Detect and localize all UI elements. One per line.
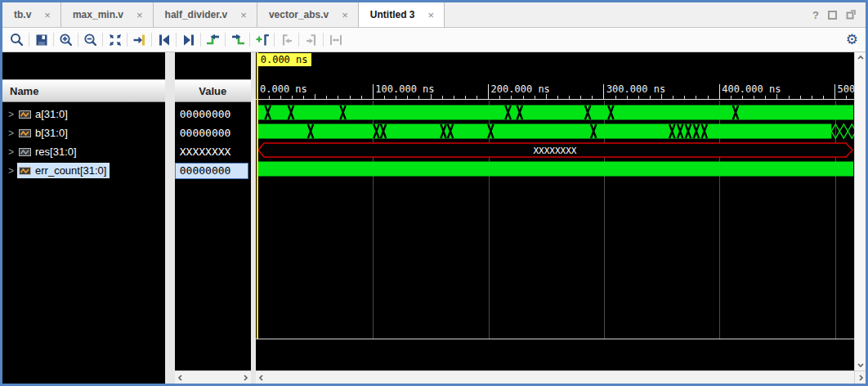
go-to-time-button[interactable] [129, 30, 150, 50]
signal-name-cell[interactable]: a[31:0] [17, 106, 71, 122]
signal-name-cell[interactable]: err_count[31:0] [17, 163, 110, 178]
scroll-right-corner-button[interactable] [855, 370, 866, 384]
save-button[interactable] [31, 30, 51, 50]
signal-value-row[interactable]: XXXXXXXX [175, 142, 251, 161]
signal-row-res310[interactable]: >res[31:0] [2, 142, 165, 161]
maximize-icon[interactable] [828, 11, 837, 20]
signal-row-b310[interactable]: >b[31:0] [2, 123, 165, 142]
tab-untitled-3[interactable]: Untitled 3× [359, 2, 445, 27]
signal-value-rows: 0000000000000000XXXXXXXX00000000 [175, 102, 251, 370]
expand-chevron-icon[interactable]: > [8, 128, 14, 139]
save-icon [34, 32, 50, 48]
window-controls: ? [812, 2, 866, 27]
svg-text:200.000 ns: 200.000 ns [490, 83, 549, 95]
zoom-out-button[interactable] [80, 30, 101, 50]
previous-marker-button [276, 30, 297, 50]
next-marker-button [301, 30, 321, 50]
wave-vertical-scrollbar[interactable] [854, 52, 866, 384]
signal-row-a310[interactable]: >a[31:0] [2, 105, 165, 123]
tab-close-icon[interactable]: × [240, 9, 247, 21]
wave-row-res310[interactable]: XXXXXXXX [256, 141, 854, 159]
signal-value[interactable]: XXXXXXXX [175, 146, 231, 158]
wave-row-err_count310[interactable] [256, 160, 854, 177]
previous-transition-button[interactable] [154, 30, 174, 50]
go-to-time-icon [132, 32, 148, 48]
toolbar-separator [323, 33, 324, 47]
wave-plot-area[interactable]: 0.000 ns 0.000 ns100.000 ns200.000 ns300… [256, 52, 854, 370]
toolbar-separator [176, 33, 177, 47]
toolbar-separator [127, 33, 128, 47]
signal-value[interactable]: 00000000 [175, 127, 231, 139]
add-marker-icon [254, 32, 271, 48]
help-icon[interactable]: ? [812, 9, 819, 21]
tab-tb-v[interactable]: tb.v× [2, 2, 61, 27]
signal-name-cell[interactable]: b[31:0] [17, 125, 71, 141]
signal-value-row[interactable]: 00000000 [175, 105, 251, 123]
signal-name-panel: Name >a[31:0]>b[31:0]>res[31:0]>err_coun… [2, 52, 165, 384]
name-value-splitter[interactable] [165, 52, 175, 384]
time-ruler[interactable]: 0.000 ns100.000 ns200.000 ns300.000 ns40… [256, 79, 854, 104]
signal-value-row[interactable]: 00000000 [175, 161, 251, 180]
toolbar-separator [102, 33, 103, 47]
time-cursor-line[interactable] [257, 52, 258, 339]
name-column-header[interactable]: Name [2, 79, 165, 102]
wave-horizontal-scrollbar[interactable] [256, 370, 854, 384]
tab-max-min-v[interactable]: max_min.v× [61, 2, 154, 27]
cursor-time-badge: 0.000 ns [257, 53, 311, 66]
scroll-track[interactable] [855, 64, 866, 359]
signal-name-label: err_count[31:0] [35, 164, 106, 177]
tab-close-icon[interactable]: × [136, 9, 143, 21]
wave-row-b310[interactable] [256, 123, 854, 140]
tab-label: Untitled 3 [370, 9, 415, 20]
next-edge-icon [230, 32, 246, 48]
signal-name-cell[interactable]: res[31:0] [17, 144, 80, 159]
next-edge-button[interactable] [227, 30, 248, 50]
float-icon[interactable] [846, 10, 856, 20]
value-horizontal-scrollbar[interactable] [175, 370, 251, 384]
svg-text:100.000 ns: 100.000 ns [375, 83, 434, 95]
zoom-fit-icon [107, 32, 123, 48]
find-button[interactable] [7, 30, 27, 50]
add-marker-button[interactable] [252, 30, 272, 50]
scroll-down-icon [857, 361, 864, 368]
signal-value-row[interactable]: 00000000 [175, 123, 251, 142]
tab-close-icon[interactable]: × [428, 9, 435, 21]
tab-bar: tb.v×max_min.v×half_divider.v×vector_abs… [2, 2, 866, 28]
main-area: Name >a[31:0]>b[31:0]>res[31:0]>err_coun… [2, 52, 866, 384]
next-transition-button[interactable] [178, 30, 199, 50]
tab-close-icon[interactable]: × [44, 9, 51, 21]
wave-area-bottom-line [256, 339, 854, 339]
previous-marker-icon [279, 32, 295, 48]
zoom-fit-button[interactable] [105, 30, 125, 50]
swap-cursors-icon [328, 32, 344, 48]
zoom-in-button[interactable] [56, 30, 76, 50]
bus-icon [19, 147, 31, 157]
tab-half-divider-v[interactable]: half_divider.v× [154, 2, 257, 27]
tab-label: half_divider.v [165, 9, 228, 20]
wave-panel: 0.000 ns 0.000 ns100.000 ns200.000 ns300… [256, 52, 854, 384]
toolbar-separator [225, 33, 226, 47]
zoom-in-icon [58, 32, 74, 48]
tab-label: vector_abs.v [269, 9, 329, 20]
tab-close-icon[interactable]: × [342, 9, 348, 21]
simulation-waveform-window: tb.v×max_min.v×half_divider.v×vector_abs… [0, 0, 868, 386]
signal-value[interactable]: 00000000 [175, 163, 248, 179]
expand-chevron-icon[interactable]: > [8, 165, 14, 177]
expand-chevron-icon[interactable]: > [8, 146, 14, 158]
toolbar-separator [274, 33, 275, 47]
value-column-header[interactable]: Value [175, 79, 251, 102]
toolbar-separator [151, 33, 152, 47]
scroll-down-button[interactable] [855, 359, 866, 370]
expand-chevron-icon[interactable]: > [8, 109, 14, 120]
signal-value[interactable]: 00000000 [175, 108, 231, 120]
toolbar-separator [298, 33, 299, 47]
wave-row-a310[interactable] [256, 104, 854, 121]
tab-vector-abs-v[interactable]: vector_abs.v× [257, 2, 359, 27]
gear-icon[interactable]: ⚙ [846, 33, 858, 47]
previous-edge-button[interactable] [203, 30, 223, 50]
signal-name-label: a[31:0] [35, 108, 68, 120]
name-panel-spacer [2, 52, 165, 79]
signal-row-err_count310[interactable]: >err_count[31:0] [2, 161, 165, 180]
svg-text:500: 500 [837, 83, 854, 95]
scroll-up-button[interactable] [855, 52, 866, 64]
